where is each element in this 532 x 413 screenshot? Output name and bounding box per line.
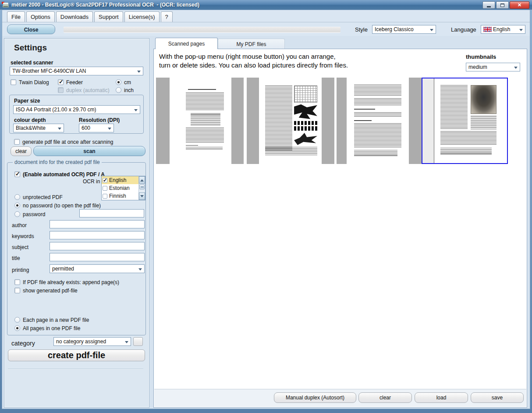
minimize-icon bbox=[487, 6, 491, 7]
settings-heading: Settings bbox=[14, 43, 47, 53]
author-label: author bbox=[12, 222, 27, 228]
enable-ocr-checkbox[interactable] bbox=[14, 171, 20, 177]
load-button[interactable]: load bbox=[415, 392, 468, 403]
document-info-group: document info for the created pdf file (… bbox=[7, 162, 146, 335]
page-thumbnail-1[interactable] bbox=[156, 78, 244, 164]
checkbox-icon[interactable] bbox=[103, 194, 107, 199]
clear-scan-button[interactable]: clear bbox=[11, 146, 32, 156]
tab-my-pdf-files[interactable]: My PDF files bbox=[218, 39, 285, 49]
menu-file[interactable]: File bbox=[7, 11, 25, 22]
unit-inch-label: inch bbox=[124, 87, 134, 93]
clear-pages-button[interactable]: clear bbox=[358, 392, 412, 403]
language-value: English bbox=[493, 26, 510, 32]
printing-label: printing bbox=[12, 267, 29, 273]
ocr-language-list: English Estonian Finnish bbox=[101, 176, 145, 200]
category-select[interactable]: no category assigned bbox=[53, 337, 131, 346]
scan-button[interactable]: scan bbox=[33, 146, 145, 156]
ocr-list-scrollbar[interactable] bbox=[138, 176, 145, 200]
menu-licenses[interactable]: License(s) bbox=[124, 11, 160, 22]
language-label: Language bbox=[451, 26, 476, 33]
menu-downloads[interactable]: Downloads bbox=[56, 11, 93, 22]
scrollbar-thumb[interactable] bbox=[139, 184, 145, 189]
printing-select[interactable]: permitted bbox=[50, 264, 145, 273]
menu-help[interactable]: ? bbox=[161, 11, 173, 22]
subject-label: subject bbox=[12, 244, 28, 250]
page-preview bbox=[259, 78, 322, 164]
menu-options[interactable]: Options bbox=[26, 11, 55, 22]
instruction-line-2: turn or delete sides. You can also load … bbox=[159, 61, 348, 70]
scanner-app-icon bbox=[2, 2, 9, 8]
style-label: Style bbox=[355, 26, 368, 33]
app-window: métier 2000 - BestLogic® Scan2PDF17 Prof… bbox=[0, 0, 532, 413]
category-extra-button[interactable] bbox=[133, 337, 143, 346]
scanner-value: TW-Brother MFC-6490CW LAN bbox=[12, 68, 86, 74]
minimize-button[interactable] bbox=[482, 1, 495, 9]
main-area: Settings selected scanner TW-Brother MFC… bbox=[2, 36, 530, 409]
manual-duplex-button[interactable]: Manual duplex (Autosort) bbox=[274, 392, 356, 403]
maximize-button[interactable] bbox=[496, 1, 509, 9]
page-thumbnail-3[interactable] bbox=[337, 78, 423, 164]
show-pdf-checkbox[interactable] bbox=[14, 288, 20, 293]
document-info-title: document info for the created pdf file bbox=[13, 159, 102, 165]
generate-pdf-checkbox[interactable] bbox=[14, 139, 20, 145]
ocr-language-estonian[interactable]: Estonian bbox=[102, 184, 138, 192]
no-password-radio[interactable] bbox=[14, 203, 20, 208]
settings-panel: Settings selected scanner TW-Brother MFC… bbox=[4, 38, 149, 408]
unit-cm-radio[interactable] bbox=[116, 79, 121, 85]
password-input[interactable] bbox=[79, 209, 144, 217]
instruction-line-1: With the pop-up menu (right mouse button… bbox=[159, 52, 348, 61]
window-close-button[interactable]: ✕ bbox=[510, 1, 529, 9]
language-select[interactable]: English bbox=[481, 25, 525, 34]
feeder-checkbox[interactable] bbox=[58, 79, 64, 85]
chevron-down-icon bbox=[138, 268, 142, 272]
generate-pdf-label: generate pdf file at once after scanning bbox=[22, 139, 113, 145]
chevron-down-icon bbox=[108, 128, 111, 132]
keywords-input[interactable] bbox=[50, 231, 145, 239]
twain-dialog-checkbox[interactable] bbox=[11, 79, 16, 85]
author-input[interactable] bbox=[50, 220, 145, 228]
close-button[interactable]: Close bbox=[7, 25, 55, 34]
paper-size-select[interactable]: ISO A4 Portrait (21.00 x 29.70 cm) bbox=[13, 105, 140, 114]
chevron-down-icon bbox=[430, 29, 433, 33]
page-thumbnail-2[interactable] bbox=[247, 78, 334, 164]
category-label: category bbox=[11, 340, 35, 347]
page-thumbnail-4-selected[interactable] bbox=[422, 78, 508, 164]
resolution-value: 600 bbox=[82, 125, 90, 131]
each-page-radio[interactable] bbox=[14, 317, 20, 323]
all-pages-radio[interactable] bbox=[14, 325, 20, 331]
divider bbox=[8, 369, 143, 369]
save-button[interactable]: save bbox=[471, 392, 524, 403]
resolution-label: Resolution (DPI) bbox=[79, 117, 120, 123]
password-label: password bbox=[23, 211, 45, 217]
checkbox-icon[interactable] bbox=[103, 186, 107, 191]
menu-support[interactable]: Support bbox=[94, 11, 123, 22]
title-input[interactable] bbox=[50, 253, 145, 261]
scroll-up-button[interactable] bbox=[139, 176, 145, 184]
colour-depth-label: colour depth bbox=[14, 117, 46, 123]
scanner-select[interactable]: TW-Brother MFC-6490CW LAN bbox=[10, 67, 143, 75]
ocr-language-english[interactable]: English bbox=[102, 176, 138, 184]
ocr-language-finnish[interactable]: Finnish bbox=[102, 192, 138, 200]
scroll-down-button[interactable] bbox=[139, 192, 145, 200]
page-preview bbox=[434, 78, 503, 163]
unit-inch-radio[interactable] bbox=[116, 87, 121, 93]
colour-depth-select[interactable]: Black&White bbox=[13, 124, 64, 132]
checkbox-checked-icon[interactable] bbox=[103, 178, 107, 183]
create-pdf-button[interactable]: create pdf-file bbox=[8, 349, 145, 361]
thumbnail-size-select[interactable]: medium bbox=[466, 63, 520, 71]
client-area: File Options Downloads Support License(s… bbox=[2, 10, 530, 409]
page-preview bbox=[347, 78, 409, 164]
unprotected-pdf-radio[interactable] bbox=[14, 194, 20, 200]
toolbar: Close Style Iceberg Classico Language En… bbox=[2, 23, 530, 36]
colour-depth-value: Black&White bbox=[16, 125, 46, 131]
append-pages-checkbox[interactable] bbox=[14, 279, 20, 285]
menu-bar: File Options Downloads Support License(s… bbox=[2, 10, 530, 22]
resolution-select[interactable]: 600 bbox=[79, 124, 114, 132]
password-radio[interactable] bbox=[14, 211, 20, 217]
subject-input[interactable] bbox=[50, 242, 145, 250]
progress-bar bbox=[64, 27, 340, 32]
style-select[interactable]: Iceberg Classico bbox=[372, 25, 436, 34]
chevron-down-icon bbox=[519, 29, 523, 33]
chevron-down-icon bbox=[134, 109, 138, 113]
tab-scanned-pages[interactable]: Scanned pages bbox=[155, 38, 218, 49]
